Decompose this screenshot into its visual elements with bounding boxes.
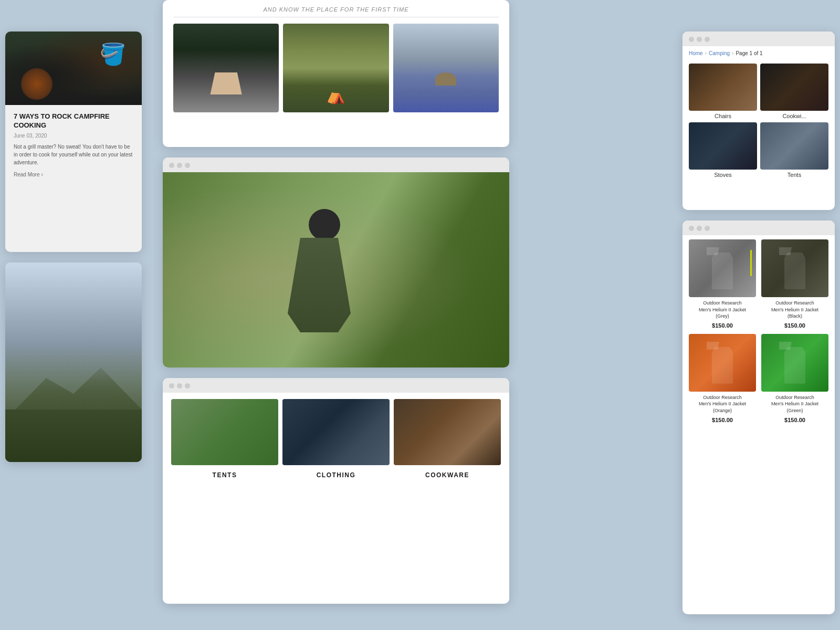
dot-1 — [169, 163, 174, 168]
categories-card: TENTS CLOTHING COOKWARE — [163, 378, 509, 604]
product-image-orange — [689, 334, 756, 392]
dot-2 — [697, 226, 702, 231]
tents-small-label: Tents — [788, 172, 801, 178]
tents-small-image — [760, 122, 828, 170]
card-header: AND KNOW THE PLACE FOR THE FIRST TIME — [163, 0, 509, 17]
hero-card — [163, 158, 509, 368]
stoves-image — [689, 122, 757, 170]
clothing-category-image[interactable] — [282, 399, 390, 465]
clothing-label[interactable]: CLOTHING — [282, 471, 390, 479]
blog-title: 7 WAYS TO ROCK CAMPFIRE COOKING — [14, 112, 133, 130]
breadcrumb-sep-2: › — [732, 50, 733, 56]
jacket-body-orange — [707, 342, 738, 384]
hero-image — [163, 172, 509, 368]
mountain-image — [5, 262, 142, 462]
camping-categories-card: Home › Camping › Page 1 of 1 Chairs Cook… — [682, 32, 835, 210]
trip-image-tent — [283, 24, 388, 112]
breadcrumb-sep-1: › — [705, 50, 707, 56]
cookware-label[interactable]: COOKWARE — [394, 471, 501, 479]
window-controls — [163, 158, 509, 172]
category-images-row — [163, 393, 509, 471]
dot-2 — [697, 37, 702, 42]
dot-3 — [705, 226, 710, 231]
jacket-body-grey — [707, 247, 738, 289]
cookware-category-image[interactable] — [394, 399, 501, 465]
cookware-small-image — [760, 64, 828, 111]
campfire-scene — [5, 32, 142, 105]
blog-content: 7 WAYS TO ROCK CAMPFIRE COOKING June 03,… — [5, 105, 142, 185]
breadcrumb-page: Page 1 of 1 — [736, 50, 762, 56]
dot-3 — [705, 37, 710, 42]
camp-cat-cookware[interactable]: Cookwi... — [760, 64, 828, 119]
product-image-green — [761, 334, 828, 392]
jacket-body-black — [779, 247, 811, 289]
breadcrumb-home[interactable]: Home — [689, 50, 703, 56]
camp-cat-tents[interactable]: Tents — [760, 122, 828, 178]
products-card: Outdoor ResearchMen's Helium II Jacket(G… — [682, 220, 835, 614]
window-controls — [682, 32, 835, 46]
blog-hero-image — [5, 32, 142, 105]
chairs-label: Chairs — [715, 113, 731, 119]
dot-1 — [689, 226, 694, 231]
product-image-grey — [689, 239, 756, 297]
dot-2 — [177, 383, 182, 388]
product-item-grey[interactable]: Outdoor ResearchMen's Helium II Jacket(G… — [689, 239, 756, 329]
quote-text: AND KNOW THE PLACE FOR THE FIRST TIME — [173, 6, 499, 13]
dot-1 — [689, 37, 694, 42]
jacket-body-green — [779, 342, 811, 384]
window-controls — [682, 220, 835, 235]
trip-images-row — [163, 24, 509, 121]
tents-label[interactable]: TENTS — [171, 471, 278, 479]
product-price-orange: $150.00 — [712, 417, 733, 423]
product-price-green: $150.00 — [784, 417, 805, 423]
product-price-black: $150.00 — [784, 322, 805, 329]
blog-card: 7 WAYS TO ROCK CAMPFIRE COOKING June 03,… — [5, 32, 142, 252]
dot-3 — [185, 163, 190, 168]
product-item-black[interactable]: Outdoor ResearchMen's Helium II Jacket(B… — [761, 239, 828, 329]
stoves-label: Stoves — [714, 172, 732, 178]
divider — [173, 17, 499, 17]
dot-1 — [169, 383, 174, 388]
read-more-link[interactable]: Read More — [14, 172, 133, 177]
trip-image-van — [173, 24, 279, 112]
cookware-small-label: Cookwi... — [782, 113, 806, 119]
product-brand-orange: Outdoor ResearchMen's Helium II Jacket(O… — [699, 394, 746, 414]
product-image-black — [761, 239, 828, 297]
dot-2 — [177, 163, 182, 168]
camp-cat-chairs[interactable]: Chairs — [689, 64, 757, 119]
product-price-grey: $150.00 — [712, 322, 733, 329]
trip-photos-card: AND KNOW THE PLACE FOR THE FIRST TIME — [163, 0, 509, 147]
blog-excerpt: Not a grill master? No sweat! You don't … — [14, 143, 133, 166]
product-brand-grey: Outdoor ResearchMen's Helium II Jacket(G… — [699, 300, 746, 320]
tents-category-image[interactable] — [171, 399, 278, 465]
product-brand-black: Outdoor ResearchMen's Helium II Jacket(B… — [771, 300, 818, 320]
product-brand-green: Outdoor ResearchMen's Helium II Jacket(G… — [771, 394, 818, 414]
chairs-image — [689, 64, 757, 111]
breadcrumb: Home › Camping › Page 1 of 1 — [682, 46, 835, 60]
trip-image-lake — [393, 24, 499, 112]
camp-cat-stoves[interactable]: Stoves — [689, 122, 757, 178]
breadcrumb-camping[interactable]: Camping — [709, 50, 730, 56]
product-item-orange[interactable]: Outdoor ResearchMen's Helium II Jacket(O… — [689, 334, 756, 423]
category-labels-row: TENTS CLOTHING COOKWARE — [163, 471, 509, 484]
product-item-green[interactable]: Outdoor ResearchMen's Helium II Jacket(G… — [761, 334, 828, 423]
hero-person-silhouette — [267, 209, 372, 366]
blog-date: June 03, 2020 — [14, 133, 133, 139]
dot-3 — [185, 383, 190, 388]
mountain-card — [5, 262, 142, 462]
camping-categories-grid: Chairs Cookwi... Stoves Tents — [682, 60, 835, 184]
products-grid: Outdoor ResearchMen's Helium II Jacket(G… — [682, 235, 835, 429]
window-controls — [163, 378, 509, 393]
